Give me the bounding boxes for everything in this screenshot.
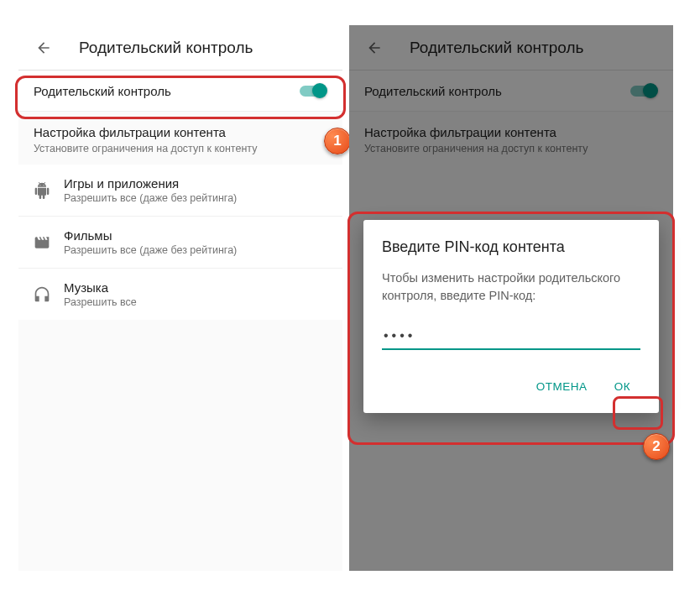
toggle-label: Родительский контроль: [34, 84, 171, 98]
item-title: Игры и приложения: [64, 176, 237, 191]
headphones-icon: [34, 286, 64, 303]
item-subtitle: Разрешить все: [64, 296, 137, 308]
annotation-badge-1: 1: [324, 128, 351, 154]
item-subtitle: Разрешить все (даже без рейтинга): [64, 192, 237, 204]
app-header: Родительский контроль: [18, 25, 342, 71]
page-title: Родительский контроль: [79, 39, 253, 57]
section-title: Настройка фильтрации контента: [34, 125, 327, 139]
settings-body: Родительский контроль Настройка фильтрац…: [18, 71, 342, 571]
toggle-thumb: [312, 83, 327, 98]
phone-right: Родительский контроль Родительский контр…: [349, 25, 673, 571]
item-music[interactable]: Музыка Разрешить все: [18, 269, 342, 320]
pin-dialog: Введите PIN-код контента Чтобы изменить …: [363, 220, 659, 413]
toggle-switch[interactable]: [297, 82, 327, 99]
phone-left: Родительский контроль Родительский контр…: [18, 25, 342, 571]
dialog-title: Введите PIN-код контента: [382, 238, 640, 256]
parental-control-toggle-row[interactable]: Родительский контроль: [18, 71, 342, 112]
item-subtitle: Разрешить все (даже без рейтинга): [64, 244, 237, 256]
section-subtitle: Установите ограничения на доступ к конте…: [34, 143, 327, 154]
back-button[interactable]: [34, 38, 54, 58]
item-games[interactable]: Игры и приложения Разрешить все (даже бе…: [18, 165, 342, 217]
movie-icon: [34, 234, 64, 251]
item-title: Музыка: [64, 280, 137, 295]
dialog-overlay: Введите PIN-код контента Чтобы изменить …: [349, 25, 673, 571]
item-title: Фильмы: [64, 228, 237, 243]
annotation-badge-2: 2: [643, 433, 670, 460]
dialog-message: Чтобы изменить настройки родительского к…: [382, 269, 640, 305]
section-header: Настройка фильтрации контента Установите…: [18, 112, 342, 165]
pin-input[interactable]: [382, 323, 640, 350]
item-movies[interactable]: Фильмы Разрешить все (даже без рейтинга): [18, 217, 342, 269]
ok-button[interactable]: ОК: [604, 374, 640, 400]
android-icon: [34, 182, 64, 199]
cancel-button[interactable]: ОТМЕНА: [526, 374, 598, 400]
dialog-actions: ОТМЕНА ОК: [382, 374, 640, 405]
arrow-left-icon: [35, 39, 52, 56]
